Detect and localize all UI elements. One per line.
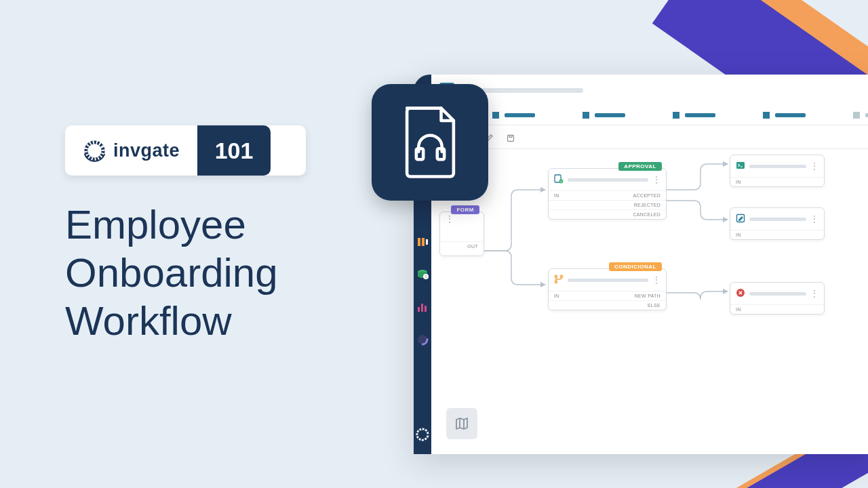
workflow-node-task[interactable]: ⋮ IN [730,207,825,240]
svg-rect-12 [421,304,423,312]
workflow-node-conditional[interactable]: CONDICIONAL ⋮ INNEW PATH ELSE [548,268,667,310]
svg-rect-6 [422,238,425,246]
port-in: IN [554,193,559,198]
step-tab[interactable] [583,112,625,119]
headline-line: Workflow [65,298,232,344]
svg-text:1: 1 [425,274,427,279]
sidebar-item-brand-icon[interactable] [415,332,430,347]
svg-rect-18 [508,136,514,142]
workflow-hero-icon [372,84,488,201]
step-tab[interactable] [673,112,715,119]
step-tab[interactable] [763,112,806,119]
edit-task-icon [736,214,745,224]
svg-rect-11 [418,307,420,312]
app-toolbar [431,125,868,149]
svg-rect-24 [736,162,745,169]
node-menu-icon[interactable]: ⋮ [810,165,818,168]
workflow-node-form[interactable]: FORM ⋮ OUT [439,211,484,256]
app-topbar [431,75,868,106]
node-tag: CONDICIONAL [609,262,662,271]
approval-icon [554,174,564,185]
port-in: IN [736,307,741,312]
svg-point-22 [555,281,557,283]
sidebar-item-assets-icon[interactable]: 1 [415,267,430,282]
hero-panel: invgate 101 Employee Onboarding Workflow [65,125,306,345]
minimap-icon[interactable] [446,408,477,439]
node-menu-icon[interactable]: ⋮ [652,279,660,282]
workflow-node-approval[interactable]: APPROVAL ⋮ INACCEPTED REJECTED CANCELED [548,168,667,220]
sidebar-logo-icon [415,427,430,442]
course-number-badge: 101 [197,125,271,176]
port-path: REJECTED [634,203,660,207]
app-main: FORM ⋮ OUT APPROVAL ⋮ INACCEPTED RE [431,75,868,454]
svg-point-21 [555,275,557,277]
port-path: ELSE [648,303,660,308]
svg-rect-13 [425,306,427,312]
node-tag: FORM [451,205,479,214]
port-in: IN [736,180,741,184]
brand-name: invgate [113,140,180,161]
node-tag: APPROVAL [618,162,662,171]
port-path: CANCELED [633,212,660,217]
workflow-node-error[interactable]: ⋮ IN [730,282,825,314]
headline-line: Employee [65,202,246,247]
sidebar-item-tickets-icon[interactable] [415,235,430,249]
port-in: IN [736,232,741,237]
headline-line: Onboarding [65,250,278,296]
node-menu-icon[interactable]: ⋮ [446,218,454,221]
node-menu-icon[interactable]: ⋮ [810,292,818,296]
port-path: NEW PATH [635,293,660,298]
terminal-icon [736,161,745,171]
node-menu-icon[interactable]: ⋮ [810,218,818,221]
sidebar-item-reports-icon[interactable] [415,300,430,314]
step-tab[interactable] [492,112,535,119]
port-path: ACCEPTED [633,193,660,198]
page-title: Employee Onboarding Workflow [65,201,306,345]
workflow-node-task[interactable]: ⋮ IN [730,155,825,187]
step-tab[interactable] [853,112,868,119]
brand-logo: invgate [65,125,197,176]
node-menu-icon[interactable]: ⋮ [652,178,660,182]
app-steps [431,106,868,125]
brand-badge: invgate 101 [65,125,306,176]
workflow-canvas[interactable]: FORM ⋮ OUT APPROVAL ⋮ INACCEPTED RE [431,149,868,454]
port-in: IN [554,293,559,298]
branch-icon [554,274,564,285]
invgate-logo-icon [83,139,106,163]
error-icon [736,288,745,299]
port-out: OUT [467,244,478,249]
save-icon[interactable] [507,133,515,141]
svg-rect-7 [426,239,428,245]
svg-rect-5 [418,238,420,246]
